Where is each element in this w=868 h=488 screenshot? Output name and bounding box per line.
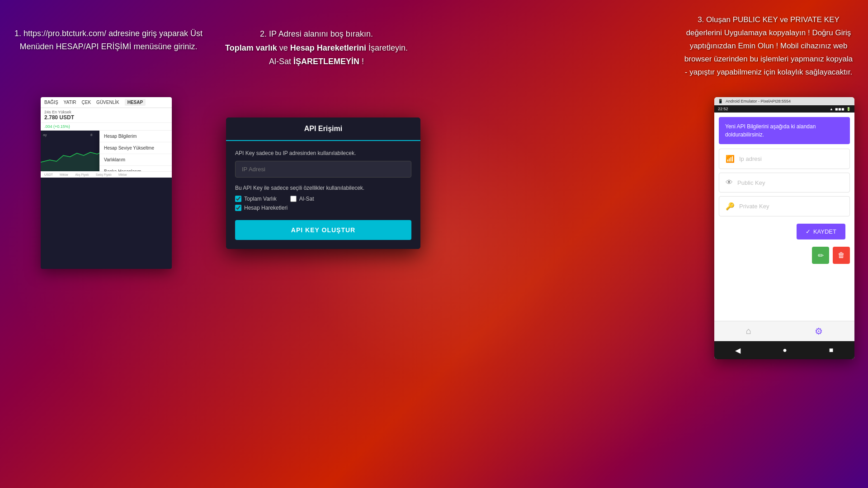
checkbox-hesap-hareketleri[interactable]: Hesap Hareketleri bbox=[235, 205, 288, 211]
step2-line2: Toplam varlık ve Hesap Hareketlerini İşa… bbox=[225, 43, 408, 52]
recents-button[interactable]: ■ bbox=[829, 346, 834, 354]
step1-instructions: 1. https://pro.btcturk.com/ adresine gir… bbox=[14, 27, 203, 53]
emulator-info-text: Yeni API Bilgilerini aşağıda ki alandan … bbox=[725, 123, 816, 138]
api-title-text: API Erişimi bbox=[304, 125, 342, 132]
nav-yatir[interactable]: YATIR bbox=[64, 100, 76, 105]
api-ip-input[interactable] bbox=[235, 161, 411, 178]
dropdown-hesap-bilgilerim[interactable]: Hesap Bilgilerim bbox=[99, 131, 172, 142]
checkbox-toplam-varlik-input[interactable] bbox=[235, 196, 241, 202]
checkbox-toplam-varlik-label: Toplam Varlık bbox=[244, 196, 277, 202]
step1-text: 1. https://pro.btcturk.com/ adresine gir… bbox=[14, 29, 203, 51]
step2-line3: Al-Sat İŞARETLEMEYİN ! bbox=[269, 57, 364, 66]
private-key-placeholder: Private Key bbox=[739, 203, 769, 210]
wifi-field-icon: 📶 bbox=[726, 155, 735, 163]
emulator-statusbar: 22:52 ▲ ◼◼◼ 🔋 bbox=[714, 105, 854, 113]
api-dialog-body: API Key sadece bu IP adresinden kullanıl… bbox=[226, 141, 420, 249]
nav-bagis[interactable]: BAĞIŞ bbox=[44, 100, 58, 105]
dropdown-banka[interactable]: Banka Hesaplarım bbox=[99, 166, 172, 171]
api-dialog: API Erişimi API Key sadece bu IP adresin… bbox=[226, 117, 420, 249]
emulator-bottom-nav: ⌂ ⚙ bbox=[714, 321, 854, 341]
api-key-create-button[interactable]: API KEY OLUŞTUR bbox=[235, 220, 411, 240]
settings-nav-icon[interactable]: ⚙ bbox=[815, 326, 823, 337]
checkmark-icon: ✓ bbox=[806, 228, 811, 235]
emulator-edit-button[interactable]: ✏ bbox=[812, 247, 829, 264]
price-change: .004 (+0.15%) bbox=[44, 124, 70, 129]
back-button[interactable]: ◀ bbox=[735, 346, 741, 355]
save-button-container: ✓ KAYDET bbox=[719, 220, 850, 243]
step3-instructions: 3. Oluşan PUBLIC KEY ve PRIVATE KEY değe… bbox=[683, 14, 854, 79]
api-ip-label: API Key sadece bu IP adresinden kullanıl… bbox=[235, 150, 411, 156]
emulator-action-buttons: ✏ 🗑 bbox=[719, 247, 850, 264]
emulator-public-key-field[interactable]: 👁 Public Key bbox=[719, 173, 850, 192]
btcturk-nav: BAĞIŞ YATIR ÇEK GÜVENLİK HESAP bbox=[41, 97, 172, 108]
svg-text:ay: ay bbox=[43, 133, 47, 137]
emulator-info-box: Yeni API Bilgilerini aşağıda ki alandan … bbox=[719, 117, 850, 144]
api-features-label: Bu API Key ile sadece seçili özellikler … bbox=[235, 185, 411, 191]
btcturk-dropdown-menu: Hesap Bilgilerim Hesap Seviye Yükseltme … bbox=[99, 131, 172, 171]
checkbox-toplam-varlik[interactable]: Toplam Varlık bbox=[235, 196, 277, 202]
public-key-placeholder: Public Key bbox=[737, 179, 765, 186]
signal-icon: ◼◼◼ bbox=[835, 107, 844, 111]
step2-hesap-hareketleri: Hesap Hareketlerini bbox=[290, 43, 366, 52]
edit-icon: ✏ bbox=[818, 251, 824, 260]
checkbox-hesap-hareketleri-label: Hesap Hareketleri bbox=[244, 205, 288, 211]
emulator-status-icons: ▲ ◼◼◼ 🔋 bbox=[830, 107, 851, 111]
emulator-private-key-field[interactable]: 🔑 Private Key bbox=[719, 196, 850, 216]
dropdown-hesap-seviye[interactable]: Hesap Seviye Yükseltme bbox=[99, 142, 172, 154]
checkbox-hesap-hareketleri-input[interactable] bbox=[235, 205, 241, 211]
battery-icon: 🔋 bbox=[846, 107, 851, 111]
emulator-save-button[interactable]: ✓ KAYDET bbox=[797, 224, 845, 239]
nav-guvenlik[interactable]: GÜVENLİK bbox=[96, 100, 119, 105]
emulator-ip-field[interactable]: 📶 Ip adresi bbox=[719, 149, 850, 169]
dropdown-varliklarim[interactable]: Varlıklarım bbox=[99, 154, 172, 166]
step2-instructions: 2. IP Adresi alanını boş bırakın. Toplam… bbox=[203, 27, 429, 69]
btcturk-chart: ay 8 1 Hesap Bilgilerim Hesap Seviye Yük… bbox=[41, 131, 172, 171]
balance-label: 24s En Yüksek bbox=[44, 110, 168, 114]
key-icon: 🔑 bbox=[726, 202, 735, 211]
save-button-label: KAYDET bbox=[813, 228, 836, 235]
emulator-title-text: Android Emulator - PixelAPI28:5554 bbox=[726, 99, 791, 103]
nav-hesap[interactable]: HESAP bbox=[125, 99, 146, 106]
checkbox-al-sat[interactable]: Al-Sat bbox=[290, 196, 314, 202]
step3-text: 3. Oluşan PUBLIC KEY ve PRIVATE KEY değe… bbox=[684, 15, 853, 76]
nav-cek[interactable]: ÇEK bbox=[82, 100, 91, 105]
ip-field-placeholder: Ip adresi bbox=[739, 155, 762, 162]
btcturk-price: .004 (+0.15%) bbox=[41, 123, 172, 131]
checkbox-al-sat-input[interactable] bbox=[290, 196, 297, 202]
emulator-time: 22:52 bbox=[718, 107, 728, 111]
emulator-android-nav: ◀ ● ■ bbox=[714, 341, 854, 359]
btcturk-screenshot: BAĞIŞ YATIR ÇEK GÜVENLİK HESAP 24s En Yü… bbox=[41, 97, 172, 269]
step2-toplam-varlik: Toplam varlık bbox=[225, 43, 277, 52]
api-checkboxes-row2: Hesap Hareketleri bbox=[235, 205, 411, 211]
trash-icon: 🗑 bbox=[838, 251, 845, 259]
btcturk-table-header: USDT Miktar Alış Fiyatı Satış Fiyatı Mik… bbox=[41, 171, 172, 178]
api-dialog-title: API Erişimi bbox=[226, 117, 420, 141]
eye-icon: 👁 bbox=[726, 178, 733, 187]
step2-isaretlemeyin: İŞARETLEMEYİN bbox=[293, 57, 359, 66]
svg-text:8: 8 bbox=[90, 133, 93, 137]
emulator-icon: 📱 bbox=[718, 99, 723, 103]
checkbox-al-sat-label: Al-Sat bbox=[299, 196, 314, 202]
step2-line1: 2. IP Adresi alanını boş bırakın. bbox=[260, 29, 373, 38]
android-emulator: 📱 Android Emulator - PixelAPI28:5554 22:… bbox=[714, 97, 854, 359]
wifi-icon: ▲ bbox=[830, 107, 833, 111]
balance-value: 2.780 USDT bbox=[44, 114, 168, 121]
home-button[interactable]: ● bbox=[783, 346, 787, 354]
emulator-delete-button[interactable]: 🗑 bbox=[833, 247, 850, 264]
btcturk-balance: 24s En Yüksek 2.780 USDT bbox=[41, 108, 172, 123]
api-checkboxes: Toplam Varlık Al-Sat bbox=[235, 196, 411, 202]
emulator-titlebar: 📱 Android Emulator - PixelAPI28:5554 bbox=[714, 97, 854, 105]
home-nav-icon[interactable]: ⌂ bbox=[746, 326, 751, 337]
